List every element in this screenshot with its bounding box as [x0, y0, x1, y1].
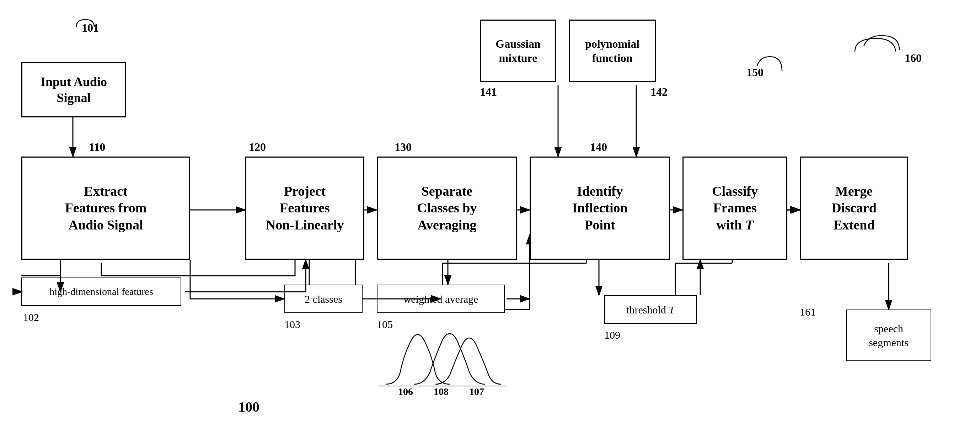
- project-features-box: ProjectFeaturesNon-Linearly: [245, 156, 364, 260]
- label-130: 130: [395, 140, 412, 154]
- polynomial-function-label: polynomialfunction: [585, 37, 640, 65]
- label-109: 109: [604, 329, 620, 341]
- label-102: 102: [23, 311, 39, 323]
- label-141: 141: [480, 85, 497, 99]
- two-classes-box: 2 classes: [284, 285, 363, 313]
- gaussian-mixture-label: Gaussianmixture: [495, 37, 540, 65]
- svg-text:108: 108: [434, 386, 449, 397]
- label-120: 120: [249, 140, 266, 154]
- speech-segments-box: speechsegments: [846, 310, 931, 361]
- threshold-t-label: threshold T: [626, 303, 675, 317]
- classify-frames-label: ClassifyFrameswith T: [712, 183, 758, 234]
- label-160: 160: [905, 51, 922, 65]
- weighted-average-box: weighted average: [377, 285, 505, 313]
- identify-inflection-box: IdentifyInflectionPoint: [530, 156, 670, 260]
- two-classes-label: 2 classes: [305, 292, 342, 306]
- extract-features-label: ExtractFeatures fromAudio Signal: [65, 183, 147, 234]
- svg-text:106: 106: [398, 386, 413, 397]
- merge-discard-box: MergeDiscardExtend: [800, 156, 908, 260]
- label-150: 150: [746, 66, 764, 79]
- high-dim-features-box: high-dimensional features: [21, 278, 181, 306]
- input-audio-label: Input AudioSignal: [41, 74, 107, 106]
- diagram: Input AudioSignal 101 ExtractFeatures fr…: [0, 0, 980, 423]
- input-audio-box: Input AudioSignal: [21, 62, 126, 117]
- classify-frames-box: ClassifyFrameswith T: [682, 156, 788, 260]
- merge-discard-label: MergeDiscardExtend: [831, 183, 877, 234]
- extract-features-box: ExtractFeatures fromAudio Signal: [21, 156, 190, 260]
- label-161: 161: [800, 306, 816, 318]
- label-101: 101: [82, 21, 99, 35]
- gaussian-mixture-box: Gaussianmixture: [480, 19, 556, 82]
- label-110: 110: [89, 140, 105, 154]
- speech-segments-label: speechsegments: [869, 322, 908, 350]
- project-features-label: ProjectFeaturesNon-Linearly: [266, 183, 344, 234]
- weighted-average-label: weighted average: [403, 292, 479, 306]
- label-103: 103: [284, 318, 301, 330]
- identify-inflection-label: IdentifyInflectionPoint: [572, 183, 627, 234]
- separate-classes-label: SeparateClasses byAveraging: [417, 183, 477, 234]
- high-dim-label: high-dimensional features: [49, 285, 153, 298]
- label-142: 142: [651, 85, 668, 99]
- threshold-t-box: threshold T: [604, 295, 697, 324]
- label-140: 140: [590, 140, 607, 154]
- label-100: 100: [238, 399, 259, 415]
- separate-classes-box: SeparateClasses byAveraging: [377, 156, 517, 260]
- polynomial-function-box: polynomialfunction: [569, 19, 656, 82]
- svg-text:107: 107: [469, 386, 484, 397]
- wave-chart: 106 108 107: [379, 320, 506, 399]
